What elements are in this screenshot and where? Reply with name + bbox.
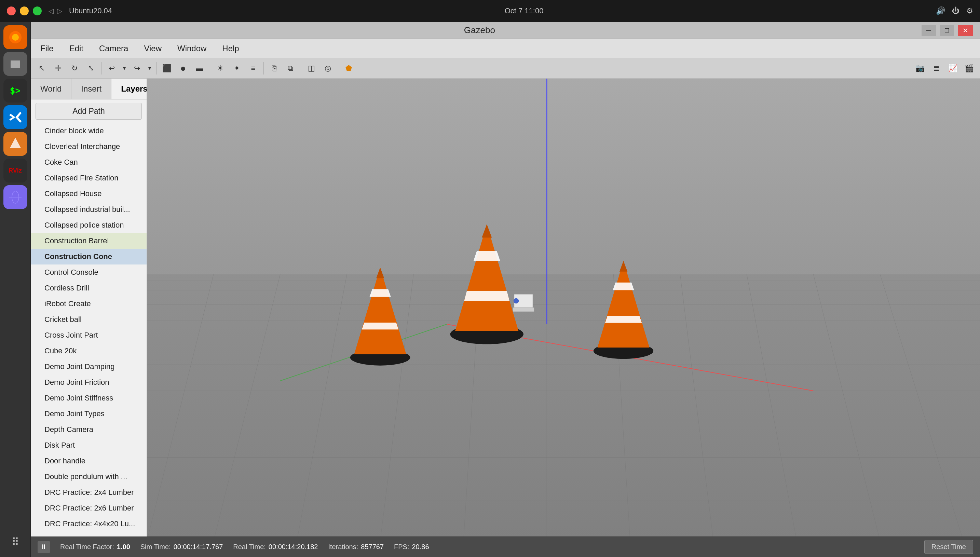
pause-btn[interactable]: ⏸ — [37, 541, 50, 553]
svg-marker-42 — [370, 289, 391, 296]
power-icon[interactable]: ⏻ — [952, 7, 959, 15]
model-list-item[interactable]: Cloverleaf Interchange — [31, 139, 147, 155]
dock-item-files[interactable] — [3, 52, 27, 76]
sphere-shape-btn[interactable]: ● — [176, 61, 190, 76]
dir-light-btn[interactable]: ≡ — [246, 61, 261, 76]
spot-light-btn[interactable]: ✦ — [229, 61, 244, 76]
model-list-item[interactable]: DRC Practice: 4x4x20 Lu... — [31, 516, 147, 532]
toolbar-sep-4 — [264, 62, 264, 75]
svg-line-33 — [447, 324, 814, 391]
rotate-tool-btn[interactable]: ↻ — [67, 61, 82, 76]
color-btn[interactable]: ⬟ — [341, 61, 356, 76]
maximize-window-btn[interactable] — [33, 7, 42, 15]
model-list-item[interactable]: Cinder block wide — [31, 123, 147, 139]
model-list-item[interactable]: Collapsed Fire Station — [31, 170, 147, 186]
model-list[interactable]: Cinder block wideCloverleaf InterchangeC… — [31, 123, 147, 536]
model-list-item[interactable]: Construction Barrel — [31, 233, 147, 249]
dock-item-terminal[interactable]: $> — [3, 78, 27, 103]
model-list-item[interactable]: Cube 20k — [31, 343, 147, 359]
close-window-btn[interactable] — [7, 7, 16, 15]
svg-marker-36 — [455, 224, 518, 331]
app-window: $> RViz ⠿ Gazebo ─ □ ✕ Fi — [0, 22, 980, 557]
menu-edit[interactable]: Edit — [67, 42, 86, 55]
snap-btn[interactable]: ◎ — [320, 61, 335, 76]
svg-line-24 — [380, 274, 414, 536]
redo-btn[interactable]: ↪ — [130, 61, 145, 76]
scale-tool-btn[interactable]: ⤡ — [83, 61, 98, 76]
model-list-item[interactable]: Demo Joint Stiffness — [31, 390, 147, 406]
dock-item-firefox[interactable] — [3, 25, 27, 49]
menu-window[interactable]: Window — [174, 42, 209, 55]
menu-file[interactable]: File — [37, 42, 56, 55]
dock-item-gazebo[interactable] — [3, 132, 27, 156]
model-list-item[interactable]: Collapsed police station — [31, 217, 147, 233]
sun-light-btn[interactable]: ☀ — [213, 61, 228, 76]
add-path-button[interactable]: Add Path — [36, 103, 142, 120]
dock-item-rviz[interactable]: RViz — [3, 158, 27, 182]
iterations-label: Iterations: — [328, 543, 358, 551]
3d-viewport[interactable] — [147, 78, 980, 536]
dock-item-apps[interactable]: ⠿ — [3, 530, 27, 554]
model-list-item[interactable]: Demo Joint Types — [31, 406, 147, 422]
model-list-item[interactable]: iRobot Create — [31, 296, 147, 312]
real-time-factor-value: 1.00 — [117, 543, 130, 551]
svg-marker-39 — [482, 224, 492, 238]
record-btn[interactable]: 🎬 — [962, 61, 977, 76]
model-list-item[interactable]: Cordless Drill — [31, 280, 147, 296]
nav-buttons[interactable]: ◁ ▷ — [49, 7, 62, 15]
menu-help[interactable]: Help — [220, 42, 242, 55]
undo-dropdown-btn[interactable]: ▾ — [120, 61, 128, 76]
model-list-item[interactable]: Depth Camera — [31, 422, 147, 437]
app-title: Gazebo — [37, 25, 921, 36]
translate-tool-btn[interactable]: ✛ — [50, 61, 66, 76]
svg-marker-47 — [613, 283, 634, 290]
menu-camera[interactable]: Camera — [96, 42, 131, 55]
undo-btn[interactable]: ↩ — [104, 61, 119, 76]
model-list-item[interactable]: Demo Joint Friction — [31, 375, 147, 390]
minimize-window-btn[interactable] — [20, 7, 29, 15]
model-list-item[interactable]: Door handle — [31, 453, 147, 469]
model-list-item[interactable]: Double pendulum with ... — [31, 469, 147, 485]
model-list-item[interactable]: DRC Practice: 4x4x40 Lu... — [31, 532, 147, 536]
select-tool-btn[interactable]: ↖ — [34, 61, 49, 76]
model-list-item[interactable]: Demo Joint Damping — [31, 359, 147, 375]
tab-world[interactable]: World — [31, 78, 72, 99]
volume-icon[interactable]: 🔊 — [936, 7, 945, 15]
model-list-item[interactable]: Control Console — [31, 264, 147, 280]
paste-btn[interactable]: ⧉ — [283, 61, 298, 76]
model-list-item[interactable]: Collapsed industrial buil... — [31, 202, 147, 217]
close-btn[interactable]: ✕ — [958, 25, 973, 36]
model-list-item[interactable]: Cricket ball — [31, 312, 147, 327]
log-btn[interactable]: ≣ — [929, 61, 944, 76]
cylinder-shape-btn[interactable]: ▬ — [192, 61, 207, 76]
maximize-btn[interactable]: □ — [940, 25, 954, 36]
box-shape-btn[interactable]: ⬛ — [159, 61, 174, 76]
model-list-item[interactable]: Construction Cone — [31, 249, 147, 264]
window-action-btns[interactable]: ─ □ ✕ — [921, 25, 973, 36]
minimize-btn[interactable]: ─ — [921, 25, 936, 36]
tab-layers[interactable]: Layers — [111, 78, 147, 99]
redo-dropdown-btn[interactable]: ▾ — [146, 61, 153, 76]
align-btn[interactable]: ◫ — [304, 61, 319, 76]
model-list-item[interactable]: Cross Joint Part — [31, 327, 147, 343]
copy-btn[interactable]: ⎘ — [267, 61, 282, 76]
reset-time-btn[interactable]: Reset Time — [924, 540, 973, 554]
model-list-item[interactable]: Collapsed House — [31, 186, 147, 202]
dock-item-vscode[interactable] — [3, 105, 27, 129]
settings-icon[interactable]: ⚙ — [966, 7, 973, 15]
model-list-item[interactable]: Coke Can — [31, 155, 147, 170]
cone-object-3 — [594, 261, 654, 359]
fps-group: FPS: 20.86 — [394, 543, 429, 551]
menu-view[interactable]: View — [141, 42, 164, 55]
forward-icon[interactable]: ▷ — [57, 7, 62, 15]
screenshot-btn[interactable]: 📷 — [912, 61, 927, 76]
window-controls[interactable] — [7, 7, 42, 15]
model-list-item[interactable]: DRC Practice: 2x4 Lumber — [31, 485, 147, 500]
plot-btn[interactable]: 📈 — [945, 61, 960, 76]
tab-insert[interactable]: Insert — [72, 78, 111, 99]
model-list-item[interactable]: Disk Part — [31, 437, 147, 453]
back-icon[interactable]: ◁ — [49, 7, 54, 15]
model-list-item[interactable]: DRC Practice: 2x6 Lumber — [31, 500, 147, 516]
iterations-group: Iterations: 857767 — [328, 543, 384, 551]
dock-item-globe[interactable] — [3, 185, 27, 209]
